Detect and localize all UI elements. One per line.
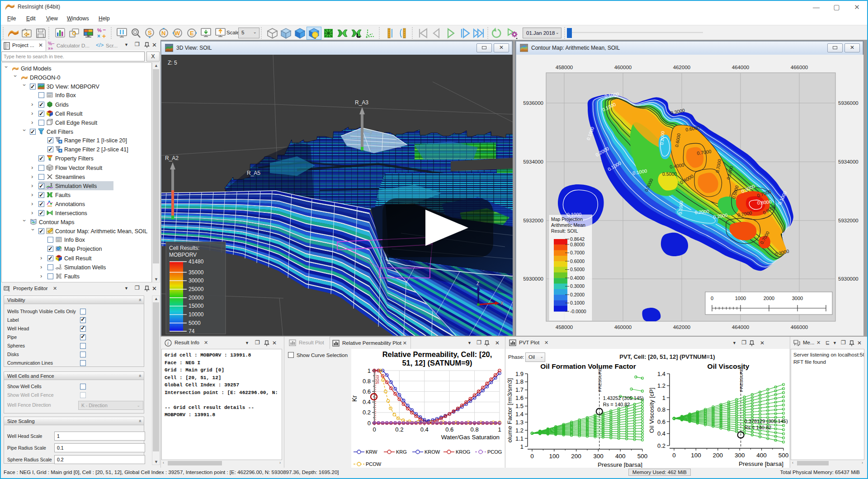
svg-text:0.4000: 0.4000 [570, 275, 585, 281]
svg-text:%: % [97, 28, 102, 33]
svg-text:1.4: 1.4 [657, 371, 665, 377]
svg-text:51, 12] (SATNUM=9): 51, 12] (SATNUM=9) [402, 359, 472, 367]
svg-text:35000: 35000 [189, 269, 204, 276]
svg-text:462000: 462000 [673, 324, 690, 330]
svg-text:0.4: 0.4 [363, 399, 371, 405]
svg-text:Rs = 140.82: Rs = 140.82 [603, 402, 630, 407]
svg-text:0.7000: 0.7000 [570, 250, 585, 255]
svg-text:1: 1 [662, 394, 665, 401]
svg-text:1.4: 1.4 [515, 411, 524, 418]
svg-text:464000: 464000 [732, 65, 749, 70]
svg-text:KROW: KROW [425, 449, 440, 455]
svg-text:×: × [97, 33, 100, 39]
svg-text:100: 100 [549, 453, 560, 460]
svg-text:olume Factor [rm3/sm3]: olume Factor [rm3/sm3] [506, 378, 513, 443]
svg-text:X: X [500, 301, 504, 306]
svg-text:KROG: KROG [456, 449, 470, 455]
svg-text:5000: 5000 [189, 320, 201, 326]
svg-text:0: 0 [368, 420, 371, 427]
svg-text:0.8: 0.8 [657, 406, 665, 413]
svg-text:100: 100 [691, 452, 701, 459]
svg-text:0.2000: 0.2000 [570, 292, 585, 297]
svg-text:0: 0 [672, 452, 676, 459]
svg-text:458000: 458000 [556, 65, 573, 70]
svg-text:1.5: 1.5 [515, 403, 524, 409]
svg-text:1: 1 [498, 426, 501, 433]
svg-text:1.1: 1.1 [515, 435, 524, 442]
svg-text:464000: 464000 [732, 324, 749, 330]
svg-text:0.6: 0.6 [657, 418, 665, 425]
svg-text:1.9: 1.9 [515, 371, 524, 377]
svg-text:400: 400 [615, 453, 626, 460]
svg-text:460000: 460000 [614, 65, 632, 70]
svg-text:20000: 20000 [189, 295, 204, 301]
svg-text:1.7: 1.7 [515, 386, 524, 393]
svg-text:200: 200 [713, 452, 723, 459]
svg-text:15000: 15000 [189, 303, 204, 309]
svg-text:1: 1 [520, 443, 524, 450]
svg-text:5932000: 5932000 [523, 218, 543, 223]
svg-text:1000: 1000 [735, 296, 746, 301]
svg-text:10000: 10000 [189, 311, 204, 318]
svg-text:Pressure [barsa]: Pressure [barsa] [598, 461, 642, 468]
svg-text:Pressure [barsa]: Pressure [barsa] [739, 460, 783, 467]
svg-text:1.43252 (305.145): 1.43252 (305.145) [603, 395, 644, 401]
svg-text:5930000: 5930000 [838, 276, 859, 282]
svg-text:1.6: 1.6 [515, 394, 524, 401]
svg-text:R_A5: R_A5 [247, 170, 260, 176]
svg-text:5936000: 5936000 [838, 100, 859, 106]
svg-text:0.8642: 0.8642 [570, 236, 585, 242]
svg-text:0.378129 (305.145): 0.378129 (305.145) [745, 418, 788, 424]
svg-text:Kr: Kr [351, 395, 358, 402]
svg-text:Oil Formation Volume Factor: Oil Formation Volume Factor [540, 362, 636, 370]
svg-text:0.4: 0.4 [657, 430, 665, 437]
svg-text:0.1000: 0.1000 [570, 300, 585, 305]
svg-text:0.5000: 0.5000 [570, 267, 585, 272]
svg-text:SGcr: SGcr [375, 375, 380, 384]
svg-text:1.3: 1.3 [515, 419, 524, 426]
svg-text:0.4: 0.4 [420, 426, 429, 433]
svg-text:Relative Permeability, Cell: [: Relative Permeability, Cell: [20, [382, 350, 492, 358]
svg-text:E: E [190, 30, 194, 37]
svg-text:300: 300 [593, 453, 604, 460]
svg-text:25000: 25000 [189, 286, 204, 292]
svg-text:466000: 466000 [791, 324, 808, 330]
svg-text:PCOG: PCOG [487, 449, 502, 455]
svg-text:W: W [175, 30, 180, 37]
svg-text:5930000: 5930000 [523, 276, 543, 282]
svg-text:1.2: 1.2 [515, 427, 524, 434]
svg-text:0: 0 [373, 426, 376, 433]
svg-text:Rs = 140.82: Rs = 140.82 [745, 425, 772, 430]
svg-text:0: 0 [530, 453, 534, 460]
svg-text:0.2: 0.2 [657, 442, 665, 449]
svg-text:0.8: 0.8 [471, 426, 479, 433]
svg-text:Oil Viscosity [cP]: Oil Viscosity [cP] [648, 388, 655, 433]
svg-text:2000: 2000 [764, 296, 774, 301]
svg-text:+: + [102, 33, 106, 39]
svg-text:41480: 41480 [189, 258, 204, 265]
svg-text:0.6: 0.6 [445, 426, 453, 433]
svg-text:Map Projection: Map Projection [551, 216, 583, 222]
svg-text:R_A2: R_A2 [165, 155, 179, 161]
svg-text:0.2: 0.2 [363, 409, 371, 416]
svg-text:5934000: 5934000 [523, 159, 543, 164]
svg-text:0.6: 0.6 [363, 388, 371, 395]
svg-text:0: 0 [711, 296, 713, 301]
svg-text:5932000: 5932000 [838, 218, 859, 223]
svg-text:0.8: 0.8 [363, 378, 371, 385]
svg-text:200: 200 [571, 453, 581, 460]
svg-text:500: 500 [778, 452, 789, 459]
svg-text:0.3000: 0.3000 [570, 283, 585, 289]
svg-text:0.5000: 0.5000 [662, 171, 677, 177]
svg-text:5936000: 5936000 [523, 100, 543, 106]
svg-text:Result: SOIL: Result: SOIL [551, 228, 578, 234]
svg-text:0.2: 0.2 [395, 426, 403, 433]
svg-text:5934000: 5934000 [838, 159, 859, 164]
svg-text:0.8000: 0.8000 [570, 242, 585, 247]
svg-text:466000: 466000 [791, 65, 808, 70]
svg-text:400: 400 [756, 452, 767, 459]
svg-text:Z: 5: Z: 5 [168, 60, 177, 66]
svg-text:R_A3: R_A3 [355, 99, 368, 106]
svg-text:74: 74 [189, 328, 195, 334]
svg-text:S: S [148, 29, 152, 36]
